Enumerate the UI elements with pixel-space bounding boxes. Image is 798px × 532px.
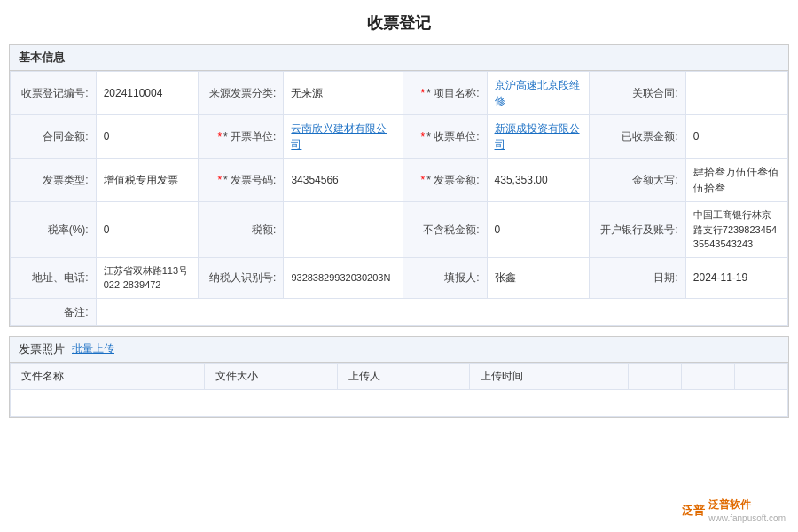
address-phone-value: 江苏省双林路113号 022-2839472 xyxy=(96,257,198,298)
file-action-col1 xyxy=(629,363,682,389)
batch-upload-button[interactable]: 批量上传 xyxy=(72,341,114,356)
photo-section-label: 发票照片 xyxy=(19,341,65,357)
address-phone-label: 地址、电话: xyxy=(11,257,97,298)
tax-amount-label: 税额: xyxy=(198,202,284,258)
filler-value: 张鑫 xyxy=(487,257,589,298)
basic-info-header: 基本信息 xyxy=(10,45,788,71)
basic-info-section: 基本信息 收票登记编号: 2024110004 来源发票分类: 无来源 ** 项… xyxy=(9,44,789,327)
invoice-amount-value: 435,353.00 xyxy=(487,159,589,202)
photo-section: 发票照片 批量上传 文件名称 文件大小 上传人 上传时间 xyxy=(9,336,789,418)
invoice-type-value: 增值税专用发票 xyxy=(96,159,198,202)
file-uploader-header: 上传人 xyxy=(337,363,469,389)
tax-rate-label: 税率(%): xyxy=(11,202,97,258)
watermark: 泛普 泛普软件 www.fanpusoft.com xyxy=(682,497,786,523)
invoice-unit-value[interactable]: 云南欣兴建材有限公司 xyxy=(284,115,403,159)
source-type-label: 来源发票分类: xyxy=(198,72,284,115)
table-row: 收票登记编号: 2024110004 来源发票分类: 无来源 ** 项目名称: … xyxy=(11,72,788,115)
page-title: 收票登记 xyxy=(0,0,798,44)
taxpayer-id-value: 93283829932030203N xyxy=(284,257,403,298)
file-upload-time-header: 上传时间 xyxy=(470,363,629,389)
file-table-header: 文件名称 文件大小 上传人 上传时间 xyxy=(11,363,788,389)
taxpayer-id-label: 纳税人识别号: xyxy=(198,257,284,298)
table-row: 合同金额: 0 ** 开票单位: 云南欣兴建材有限公司 ** 收票单位: 新源成… xyxy=(11,115,788,159)
file-action-col2 xyxy=(682,363,735,389)
invoice-no-label: ** 发票号码: xyxy=(198,159,284,202)
related-contract-label: 关联合同: xyxy=(589,72,685,115)
amount-in-words-label: 金额大写: xyxy=(589,159,685,202)
watermark-text: 泛普软件 www.fanpusoft.com xyxy=(708,497,786,523)
date-value: 2024-11-19 xyxy=(685,257,787,298)
required-star: * xyxy=(421,174,426,186)
table-row: 备注: xyxy=(11,298,788,325)
basic-info-table: 收票登记编号: 2024110004 来源发票分类: 无来源 ** 项目名称: … xyxy=(10,71,788,326)
table-row: 地址、电话: 江苏省双林路113号 022-2839472 纳税人识别号: 93… xyxy=(11,257,788,298)
filler-label: 填报人: xyxy=(403,257,487,298)
required-star: * xyxy=(421,130,426,143)
project-name-value[interactable]: 京沪高速北京段维修 xyxy=(487,72,589,115)
required-star: * xyxy=(217,130,222,143)
project-name-label: ** 项目名称: xyxy=(403,72,487,115)
related-contract-value xyxy=(685,72,787,115)
remark-value xyxy=(96,298,787,325)
receipt-unit-value[interactable]: 新源成投资有限公司 xyxy=(487,115,589,159)
no-tax-amount-value: 0 xyxy=(487,202,589,258)
invoice-unit-label: ** 开票单位: xyxy=(198,115,284,159)
file-table-empty-row xyxy=(11,389,788,416)
tax-rate-value: 0 xyxy=(96,202,198,258)
file-action-col3 xyxy=(735,363,788,389)
date-label: 日期: xyxy=(589,257,685,298)
receipt-unit-label: ** 收票单位: xyxy=(403,115,487,159)
file-name-header: 文件名称 xyxy=(11,363,205,389)
required-star: * xyxy=(421,87,426,99)
file-table-body xyxy=(11,389,788,416)
file-table: 文件名称 文件大小 上传人 上传时间 xyxy=(10,363,788,417)
required-star: * xyxy=(217,174,222,186)
received-amount-value: 0 xyxy=(685,115,787,159)
bank-account-value: 中国工商银行林京路支行723982345435543543243 xyxy=(685,202,787,258)
source-type-value: 无来源 xyxy=(284,72,403,115)
contract-amount-label: 合同金额: xyxy=(11,115,97,159)
remark-label: 备注: xyxy=(11,298,97,325)
receipt-no-value: 2024110004 xyxy=(96,72,198,115)
received-amount-label: 已收票金额: xyxy=(589,115,685,159)
amount-in-words-value: 肆拾叁万伍仟叁佰伍拾叁 xyxy=(685,159,787,202)
photo-section-header: 发票照片 批量上传 xyxy=(10,337,788,363)
watermark-logo: 泛普 xyxy=(682,503,705,519)
contract-amount-value: 0 xyxy=(96,115,198,159)
file-size-header: 文件大小 xyxy=(205,363,337,389)
invoice-type-label: 发票类型: xyxy=(11,159,97,202)
table-row: 发票类型: 增值税专用发票 ** 发票号码: 34354566 ** 发票金额:… xyxy=(11,159,788,202)
tax-amount-value xyxy=(284,202,403,258)
table-row: 税率(%): 0 税额: 不含税金额: 0 开户银行及账号: 中国工商银行林京路… xyxy=(11,202,788,258)
receipt-no-label: 收票登记编号: xyxy=(11,72,97,115)
invoice-no-value: 34354566 xyxy=(284,159,403,202)
invoice-amount-label: ** 发票金额: xyxy=(403,159,487,202)
bank-account-label: 开户银行及账号: xyxy=(589,202,685,258)
no-tax-amount-label: 不含税金额: xyxy=(403,202,487,258)
table-header-row: 文件名称 文件大小 上传人 上传时间 xyxy=(11,363,788,389)
